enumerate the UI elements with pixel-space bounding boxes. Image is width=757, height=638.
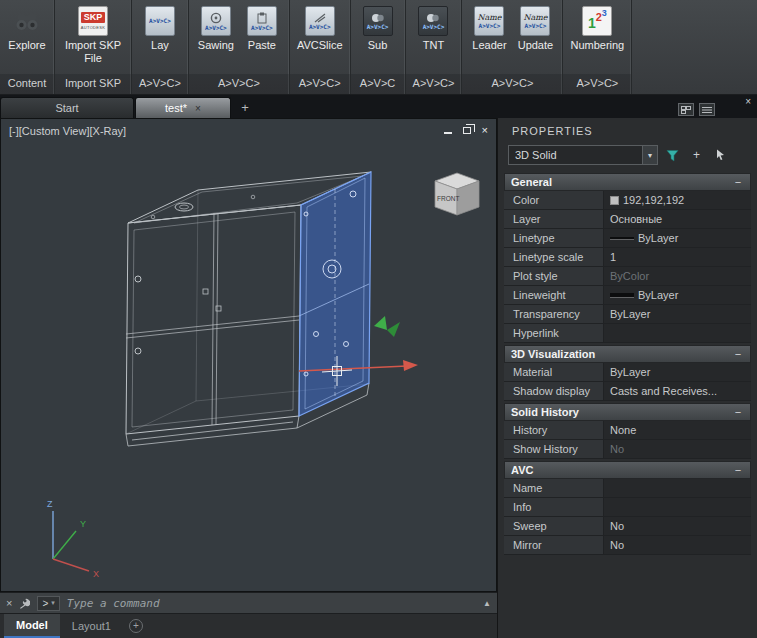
wrench-icon[interactable] [19, 598, 30, 609]
property-value[interactable]: ByColor [604, 267, 751, 285]
ribbon-button-sawing[interactable]: A>V>C>Sawing [194, 3, 238, 54]
property-value[interactable]: No [604, 517, 751, 535]
drawing-canvas[interactable]: FRONT Z Y X [1, 119, 496, 591]
property-label: Name [504, 479, 604, 497]
command-prompt-icon[interactable]: > ▾ [37, 596, 59, 611]
collapse-icon[interactable]: − [732, 406, 744, 418]
ribbon: ExploreContentSKPAUTODESKImport SKP File… [0, 0, 757, 95]
file-tab-label: test* [165, 102, 187, 114]
property-value[interactable]: ByLayer [604, 305, 751, 323]
command-input[interactable]: Type a command [67, 597, 476, 610]
property-value[interactable]: Основные [604, 210, 751, 228]
section-header-solid-history[interactable]: Solid History− [504, 403, 751, 421]
file-tab-start[interactable]: Start [0, 97, 134, 118]
ribbon-panel-footer[interactable]: A>V>C> [462, 74, 562, 94]
ribbon-panel-footer[interactable]: A>V>C> [290, 74, 350, 94]
property-value[interactable]: No [604, 440, 751, 458]
collapse-icon[interactable]: − [732, 176, 744, 188]
property-row-material: MaterialByLayer [504, 363, 751, 382]
property-label: Mirror [504, 536, 604, 554]
drawing-list-icon[interactable] [699, 103, 715, 116]
section-header-general[interactable]: General− [504, 173, 751, 191]
property-value[interactable]: Casts and Receives... [604, 382, 751, 400]
pickadd-toggle-icon[interactable]: + [687, 146, 706, 165]
viewport-minimize-icon[interactable] [444, 124, 452, 136]
select-objects-icon[interactable] [711, 146, 730, 165]
viewport[interactable]: [-][Custom View][X-Ray] × [0, 118, 497, 592]
property-value[interactable]: No [604, 536, 751, 554]
property-value-text: ByColor [610, 270, 649, 282]
close-icon[interactable]: × [745, 96, 751, 107]
ribbon-panel-footer[interactable]: A>V>C> [406, 74, 462, 94]
property-label: Shadow display [504, 382, 604, 400]
collapse-icon[interactable]: − [732, 348, 744, 360]
drawing-thumbnails-icon[interactable] [678, 103, 694, 116]
selected-face-highlight[interactable] [299, 172, 371, 416]
ribbon-panel-footer[interactable]: Content [0, 74, 54, 94]
file-tab-test[interactable]: test*× [135, 97, 231, 118]
section-title: AVC [511, 464, 533, 476]
property-value[interactable]: ByLayer [604, 286, 751, 304]
ribbon-button-paste[interactable]: A>V>C>Paste [240, 3, 284, 54]
property-row-plot-style: Plot styleByColor [504, 267, 751, 286]
ribbon-button-avcslice[interactable]: A>V>C>AVCSlice [295, 3, 345, 54]
avc-logo-text: A>V>C> [423, 24, 445, 30]
layout-tab-layout1[interactable]: Layout1 [60, 614, 123, 638]
viewport-restore-icon[interactable] [463, 124, 471, 136]
section-header-3d-visualization[interactable]: 3D Visualization− [504, 345, 751, 363]
ribbon-panel-footer[interactable]: Import SKP [55, 74, 131, 94]
properties-title[interactable]: PROPERTIES [498, 118, 757, 144]
property-value[interactable] [604, 498, 751, 516]
viewport-controls-label[interactable]: [-][Custom View][X-Ray] [9, 125, 126, 137]
ribbon-panel-a-v-c: A>V>C>TNTA>V>C> [406, 0, 463, 94]
new-layout-button[interactable]: + [129, 619, 143, 633]
ribbon-button-import-skp-file[interactable]: SKPAUTODESKImport SKP File [60, 3, 126, 66]
view-cube[interactable]: FRONT [435, 173, 479, 215]
avc-tnt-icon: A>V>C> [417, 5, 449, 37]
ribbon-button-lay[interactable]: A>V>C>Lay [138, 3, 182, 54]
property-row-info: Info [504, 498, 751, 517]
property-value[interactable]: 1 [604, 248, 751, 266]
property-value-text: Casts and Receives... [610, 385, 717, 397]
quick-select-icon[interactable] [663, 146, 682, 165]
property-value[interactable] [604, 479, 751, 497]
viewport-close-icon[interactable]: × [482, 124, 488, 136]
ribbon-button-explore[interactable]: Explore [5, 3, 49, 54]
close-icon[interactable]: × [195, 103, 201, 114]
chevron-down-icon: ▾ [51, 599, 55, 607]
object-type-dropdown[interactable]: 3D Solid ▾ [508, 145, 658, 165]
ribbon-button-label: Explore [8, 39, 45, 52]
property-value[interactable] [604, 324, 751, 342]
collapse-icon[interactable]: − [732, 464, 744, 476]
layout-tabs: ModelLayout1 [4, 614, 123, 638]
ribbon-panel-footer[interactable]: A>V>C> [563, 74, 631, 94]
ribbon-panel-footer[interactable]: A>V>C> [189, 74, 289, 94]
ribbon-button-update[interactable]: NameA>V>C>Update [513, 3, 557, 54]
ribbon-button-sub[interactable]: A>V>C>Sub [356, 3, 400, 54]
property-value[interactable]: ByLayer [604, 363, 751, 381]
property-row-hyperlink: Hyperlink [504, 324, 751, 343]
ribbon-button-tnt[interactable]: A>V>C>TNT [411, 3, 455, 54]
avc-leader-icon: NameA>V>C> [473, 5, 505, 37]
property-value[interactable]: ByLayer [604, 229, 751, 247]
chevron-down-icon[interactable]: ▾ [642, 146, 657, 164]
property-value[interactable]: 192,192,192 [604, 191, 751, 209]
property-value[interactable]: None [604, 421, 751, 439]
ribbon-panel-footer[interactable]: A>V>C [351, 74, 405, 94]
ribbon-button-numbering[interactable]: 123Numbering [568, 3, 626, 54]
binoculars-icon [11, 5, 43, 37]
section-header-avc[interactable]: AVC− [504, 461, 751, 479]
command-line-bar: × > ▾ Type a command ▲ [0, 592, 497, 614]
avc-logo-text: A>V>C> [149, 18, 171, 24]
ribbon-panel-content: ExploreContent [0, 0, 55, 94]
layout-tab-model[interactable]: Model [4, 614, 60, 638]
ribbon-panel-footer[interactable]: A>V>C> [132, 74, 188, 94]
viewport-window-controls: × [444, 124, 488, 136]
command-scroll-up-icon[interactable]: ▲ [483, 599, 491, 608]
property-row-linetype: LinetypeByLayer [504, 229, 751, 248]
property-row-color: Color192,192,192 [504, 191, 751, 210]
ribbon-button-leader[interactable]: NameA>V>C>Leader [467, 3, 511, 54]
property-label: Show History [504, 440, 604, 458]
command-close-icon[interactable]: × [6, 597, 12, 609]
new-drawing-tab-button[interactable]: + [236, 98, 254, 116]
